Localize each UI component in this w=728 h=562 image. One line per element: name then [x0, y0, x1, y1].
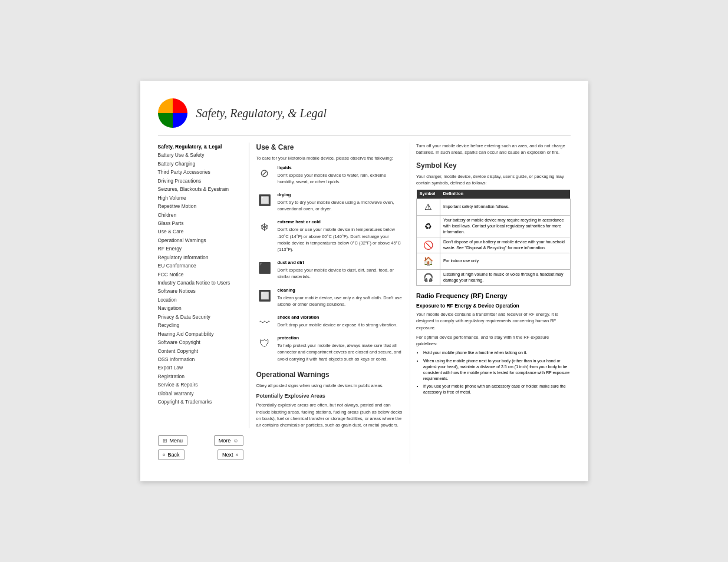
sidebar-item[interactable]: Content Copyright: [158, 347, 243, 355]
definition-cell: For indoor use only.: [440, 253, 571, 269]
sidebar-item[interactable]: Industry Canada Notice to Users: [158, 279, 243, 287]
use-care-intro: To care for your Motorola mobile device,…: [256, 155, 403, 161]
sidebar-item[interactable]: RF Energy: [158, 244, 243, 253]
back-icon: «: [163, 452, 166, 458]
sidebar-item[interactable]: Service & Repairs: [158, 381, 243, 389]
sidebar-item[interactable]: Regulatory Information: [158, 253, 243, 262]
sidebar-item[interactable]: Use & Care: [158, 227, 243, 236]
sidebar-item[interactable]: Privacy & Data Security: [158, 313, 243, 321]
use-care-item: 🔲dryingDon't try to dry your mobile devi…: [256, 192, 403, 215]
use-care-item: ⊘liquidsDon't expose your mobile device …: [256, 165, 403, 188]
header: Safety, Regulatory, & Legal: [158, 98, 571, 135]
symbol-key-intro: Your charger, mobile device, device disp…: [416, 173, 571, 187]
back-button[interactable]: « Back: [158, 449, 185, 460]
rf-bullet-item: If you use your mobile phone with an acc…: [423, 384, 571, 395]
page-title: Safety, Regulatory, & Legal: [196, 107, 327, 120]
page-container: Safety, Regulatory, & Legal Safety, Regu…: [0, 0, 728, 562]
sidebar-item[interactable]: Driving Precautions: [158, 177, 243, 185]
use-care-item: ⬛dust and dirtDon't expose your mobile d…: [256, 260, 403, 283]
symbol-cell: 🎧: [417, 269, 440, 285]
rf-bullet-item: When using the mobile phone next to your…: [423, 358, 571, 382]
more-button[interactable]: More ☺: [214, 435, 243, 446]
definition-cell: Your battery or mobile device may requir…: [440, 215, 571, 237]
motorola-logo: [158, 98, 187, 128]
use-care-item-label: extreme heat or cold: [278, 219, 403, 226]
symbol-cell: ♻: [417, 215, 440, 237]
use-care-icon: ⊘: [256, 165, 273, 181]
sidebar-item[interactable]: Third Party Accessories: [158, 168, 243, 176]
symbol-row: ♻Your battery or mobile device may requi…: [417, 215, 571, 237]
use-care-item-text: Don't try to dry your mobile device usin…: [278, 199, 403, 213]
middle-content: Use & Care To care for your Motorola mob…: [249, 143, 410, 464]
next-icon: »: [235, 452, 238, 458]
use-care-item-label: shock and vibration: [278, 315, 403, 321]
use-care-item-text: Don't store or use your mobile device in…: [278, 226, 403, 253]
rf-bullet-list: Hold your mobile phone like a landline w…: [416, 350, 571, 395]
sidebar-item[interactable]: Repetitive Motion: [158, 202, 243, 210]
menu-label: Menu: [170, 438, 183, 444]
next-label: Next: [222, 452, 233, 458]
sidebar-item[interactable]: Global Warranty: [158, 389, 243, 398]
sidebar-item[interactable]: Software Notices: [158, 287, 243, 295]
sidebar-item[interactable]: Safety, Regulatory, & Legal: [158, 143, 243, 151]
explosive-areas-title: Potentially Explosive Areas: [256, 392, 403, 400]
sidebar-item[interactable]: Software Copyright: [158, 338, 243, 346]
use-care-item-label: dust and dirt: [278, 260, 403, 266]
sidebar-item[interactable]: FCC Notice: [158, 270, 243, 279]
use-care-item: 〰shock and vibrationDon't drop your mobi…: [256, 315, 403, 331]
use-care-item-text: Don't drop your mobile device or expose …: [278, 322, 403, 328]
more-icon: ☺: [233, 438, 238, 444]
more-label: More: [219, 438, 231, 444]
sidebar-item[interactable]: Glass Parts: [158, 219, 243, 227]
next-button[interactable]: Next »: [218, 449, 243, 460]
sidebar-item[interactable]: Copyright & Trademarks: [158, 398, 243, 406]
menu-button[interactable]: ⊞ Menu: [158, 435, 188, 446]
sidebar-item[interactable]: Export Law: [158, 363, 243, 372]
sidebar-item[interactable]: Navigation: [158, 304, 243, 312]
sidebar-item[interactable]: OSS Information: [158, 355, 243, 363]
explosive-continued: Turn off your mobile device before enter…: [416, 143, 571, 156]
sidebar: Safety, Regulatory, & LegalBattery Use &…: [158, 143, 249, 428]
nav-row-2: « Back Next »: [158, 449, 243, 460]
symbol-cell: 🏠: [417, 253, 440, 269]
sidebar-item[interactable]: Location: [158, 296, 243, 304]
definition-cell: Listening at high volume to music or voi…: [440, 269, 571, 285]
use-care-item: 🔲cleaningTo clean your mobile device, us…: [256, 287, 403, 310]
use-care-item: ❄extreme heat or coldDon't store or use …: [256, 219, 403, 256]
use-care-item-text: To clean your mobile device, use only a …: [278, 295, 403, 308]
use-care-icon: 🔲: [256, 287, 273, 304]
operational-warnings-title: Operational Warnings: [256, 370, 403, 380]
use-care-item-text: Don't expose your mobile device to dust,…: [278, 267, 403, 280]
use-care-item-label: protection: [278, 335, 403, 342]
use-care-icon: ❄: [256, 219, 273, 236]
symbol-row: 🚫Don't dispose of your battery or mobile…: [417, 237, 571, 253]
rf-energy-sub-title: Exposure to RF Energy & Device Operation: [416, 302, 571, 309]
back-label: Back: [168, 452, 180, 458]
symbol-row: ⚠Important safety information follows.: [417, 199, 571, 215]
sidebar-item[interactable]: Registration: [158, 372, 243, 381]
use-care-item-text: To help protect your mobile device, alwa…: [278, 342, 403, 362]
rf-para2: For optimal device performance, and to s…: [416, 334, 571, 348]
use-care-item-text: Don't expose your mobile device to water…: [278, 172, 403, 186]
sidebar-item[interactable]: Seizures, Blackouts & Eyestrain: [158, 185, 243, 193]
sidebar-item[interactable]: High Volume: [158, 194, 243, 202]
use-care-item-label: drying: [278, 192, 403, 199]
sidebar-item[interactable]: Operational Warnings: [158, 236, 243, 244]
definition-cell: Don't dispose of your battery or mobile …: [440, 237, 571, 253]
sidebar-item[interactable]: Battery Charging: [158, 160, 243, 168]
nav-buttons: ⊞ Menu More ☺ « Back Next »: [158, 428, 249, 464]
sidebar-item[interactable]: Battery Use & Safety: [158, 151, 243, 159]
symbol-cell: 🚫: [417, 237, 440, 253]
symbol-cell: ⚠: [417, 199, 440, 215]
rf-bullet-item: Hold your mobile phone like a landline w…: [423, 350, 571, 356]
sidebar-item[interactable]: Hearing Aid Compatibility: [158, 330, 243, 338]
sidebar-item[interactable]: Children: [158, 211, 243, 219]
nav-row-1: ⊞ Menu More ☺: [158, 435, 243, 446]
symbol-row: 🎧Listening at high volume to music or vo…: [417, 269, 571, 285]
sidebar-item[interactable]: Recycling: [158, 321, 243, 329]
symbol-row: 🏠For indoor use only.: [417, 253, 571, 269]
rf-para1: Your mobile device contains a transmitte…: [416, 311, 571, 331]
right-content: Turn off your mobile device before enter…: [410, 143, 571, 464]
sidebar-item[interactable]: EU Conformance: [158, 262, 243, 270]
document: Safety, Regulatory, & Legal Safety, Regu…: [140, 81, 588, 481]
